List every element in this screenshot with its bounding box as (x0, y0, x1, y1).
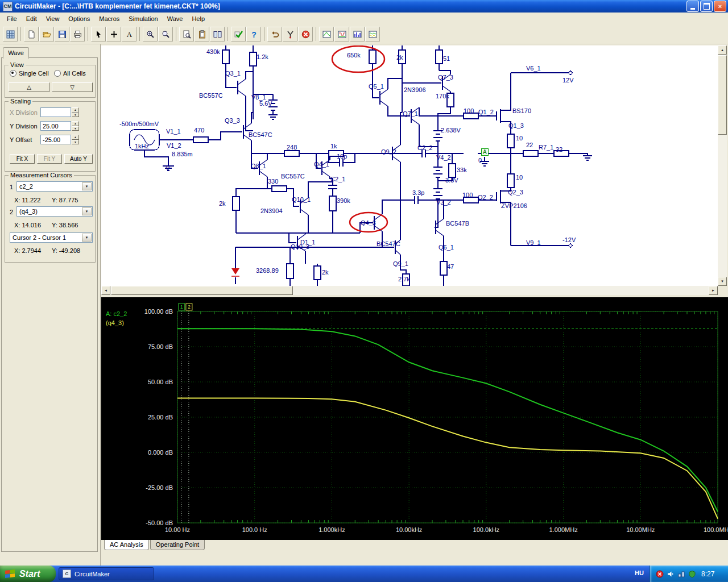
schematic-label[interactable]: 12V (562, 77, 574, 84)
bode-plot[interactable]: 12100.00 dB75.00 dB50.00 dB25.00 dB0.000… (101, 297, 728, 540)
tab-ac-analysis[interactable]: AC Analysis (104, 540, 149, 550)
shield-icon[interactable] (688, 570, 696, 578)
save-button[interactable] (55, 27, 69, 41)
schematic-label[interactable]: R7_1 (539, 144, 553, 151)
schematic-label[interactable]: Q7_1 (403, 111, 418, 117)
schematic-label[interactable]: 8.835m (172, 151, 193, 157)
schematic-label[interactable]: Q8_1 (251, 163, 266, 169)
schematic-label[interactable]: 2.638V (441, 127, 461, 134)
menu-item-help[interactable]: Help (187, 14, 209, 24)
schematic-label[interactable]: Q3_1 (225, 70, 241, 77)
schematic-label[interactable]: ZVP2106 (501, 203, 527, 209)
waveform-chart[interactable]: 12100.00 dB75.00 dB50.00 dB25.00 dB0.000… (101, 297, 728, 540)
schematic-horizontal-scrollbar[interactable]: ◄ ► (101, 286, 718, 295)
schematic-canvas[interactable]: 430k1.2k650k2k51Q3_1BC557CV8_15.6VQ5_12N… (101, 45, 718, 286)
cursor-tool-button[interactable] (91, 27, 106, 41)
schematic-label[interactable]: 5.6V (259, 101, 272, 107)
schematic-label[interactable]: Q9_2 (381, 149, 396, 155)
scroll-down-icon[interactable]: ▼ (718, 277, 727, 286)
schematic-label[interactable]: Q5_1 (369, 84, 384, 90)
open-file-button[interactable] (39, 27, 54, 41)
schematic-label[interactable]: Q1_2 (478, 109, 494, 115)
schematic-label[interactable]: Q4_1 (314, 161, 329, 168)
schematic-label[interactable]: 0 (478, 157, 482, 164)
schematic-label[interactable]: 170k (436, 93, 449, 99)
component-browser-button[interactable] (3, 27, 18, 41)
schematic-label[interactable]: 22 (526, 142, 533, 148)
zoom-button[interactable] (158, 27, 173, 41)
radio-single-cell[interactable]: Single Cell (10, 70, 49, 77)
schematic-label[interactable]: -12V (562, 237, 576, 243)
menu-item-simulation[interactable]: Simulation (124, 14, 162, 24)
schematic-label[interactable]: Q4_3 (361, 220, 376, 226)
schematic-label[interactable]: C2_1 (330, 176, 345, 182)
radio-all-cells[interactable]: All Cells (54, 70, 86, 77)
y-offset-spinner[interactable]: ▲▼ (72, 135, 79, 144)
menu-item-macros[interactable]: Macros (94, 14, 124, 24)
schematic-label[interactable]: 3.8V (445, 177, 458, 184)
stop-button[interactable] (298, 27, 313, 41)
scroll-up-icon[interactable]: ▲ (718, 45, 727, 55)
y-division-spinner[interactable]: ▲▼ (72, 121, 79, 131)
ammeter-label[interactable]: A (481, 148, 489, 156)
schematic-label[interactable]: 390k (337, 198, 350, 204)
taskbar-clock[interactable]: 8:27 (701, 570, 714, 578)
schematic-label[interactable]: V1_1 (166, 128, 181, 135)
schematic-label[interactable]: 51 (443, 56, 450, 62)
cursor2-signal-combo[interactable]: (q4_3) ▼ (16, 206, 93, 217)
network-icon[interactable] (677, 570, 685, 578)
schematic-label[interactable]: Q2_3 (508, 189, 523, 196)
schematic-label[interactable]: Q7_3 (438, 74, 453, 81)
auto-y-button[interactable]: Auto Y (64, 154, 93, 164)
probe-button[interactable] (283, 27, 297, 41)
schematic-label[interactable]: V1_2 (167, 143, 181, 149)
schematic-label[interactable]: BC547C (377, 241, 400, 247)
minimize-button[interactable] (686, 1, 699, 12)
tab-operating-point[interactable]: Operating Point (150, 540, 205, 550)
schematic-label[interactable]: Q9_1 (393, 261, 408, 267)
schematic-label[interactable]: V6_1 (526, 65, 541, 72)
scroll-right-icon[interactable]: ► (709, 286, 718, 295)
schematic-label[interactable]: 0 (166, 165, 169, 171)
schematic-label[interactable]: 3.3p (412, 190, 424, 196)
scope-single-button[interactable] (319, 27, 334, 41)
cursor-diff-combo[interactable]: Cursor 2 - Cursor 1 ▼ (10, 232, 93, 243)
schematic-label[interactable]: 248 (287, 144, 297, 151)
schematic-label[interactable]: V3_2 (436, 199, 451, 206)
x-division-input[interactable] (40, 107, 71, 117)
text-tool-button[interactable]: A (122, 27, 136, 41)
schematic-label[interactable]: BC547C (249, 132, 272, 138)
split-view-button[interactable] (210, 27, 225, 41)
search-document-button[interactable] (179, 27, 194, 41)
help-button[interactable]: ? (246, 27, 261, 41)
schematic-label[interactable]: 2N3906 (404, 87, 426, 93)
schematic-label[interactable]: 1.2k (257, 54, 268, 60)
scale-down-button[interactable]: ▽ (52, 82, 93, 92)
spin-up-icon[interactable]: ▲ (72, 135, 79, 140)
chevron-down-icon[interactable]: ▼ (82, 234, 92, 242)
language-indicator[interactable]: HU (635, 569, 644, 576)
schematic-label[interactable]: 32 (556, 147, 562, 153)
menu-item-options[interactable]: Options (64, 14, 94, 24)
scope-bars-button[interactable] (350, 27, 365, 41)
schematic-label[interactable]: 2N3904 (260, 208, 283, 214)
zoom-area-button[interactable] (143, 27, 158, 41)
scope-multi-button[interactable] (334, 27, 349, 41)
scroll-left-icon[interactable]: ◄ (101, 286, 110, 295)
maximize-button[interactable] (700, 1, 713, 12)
scale-up-button[interactable]: △ (9, 82, 49, 92)
add-part-button[interactable] (106, 27, 121, 41)
fit-y-button[interactable]: Fit Y (37, 154, 62, 164)
schematic-label[interactable]: -500m/500mV (119, 121, 159, 127)
scope-dual-button[interactable] (365, 27, 380, 41)
schematic-label[interactable]: 10 (516, 174, 523, 181)
spin-up-icon[interactable]: ▲ (72, 121, 79, 126)
schematic-label[interactable]: Q1_3 (508, 123, 524, 129)
schematic-label[interactable]: 430k (206, 49, 220, 55)
schematic-label[interactable]: 330 (268, 178, 278, 185)
undo-button[interactable] (267, 27, 282, 41)
cursor1-signal-combo[interactable]: c2_2 ▼ (16, 181, 93, 192)
schematic-label[interactable]: C2_2 (417, 145, 432, 151)
spin-down-icon[interactable]: ▼ (72, 126, 79, 131)
schematic-label[interactable]: 2k (219, 201, 226, 207)
